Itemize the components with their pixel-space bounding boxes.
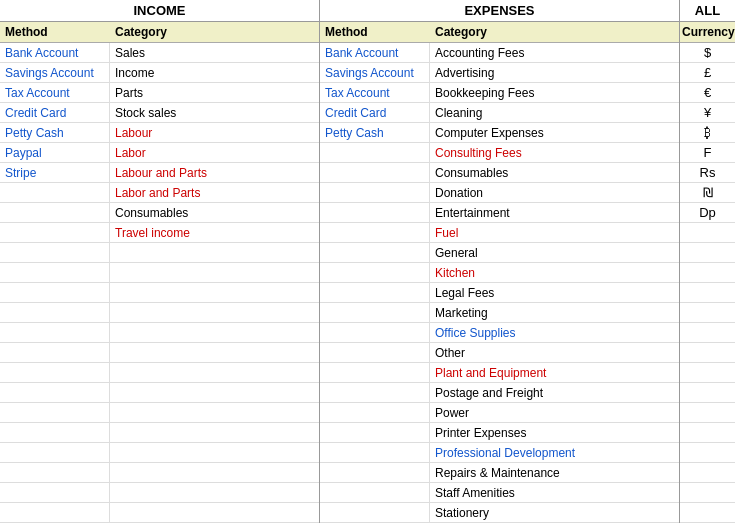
income-method-cell bbox=[0, 483, 110, 502]
income-row: PaypalLabor bbox=[0, 143, 319, 163]
expenses-method-cell bbox=[320, 443, 430, 462]
expenses-row: Tax AccountBookkeeping Fees bbox=[320, 83, 679, 103]
expenses-row: Plant and Equipment bbox=[320, 363, 679, 383]
all-currency-row bbox=[680, 483, 735, 503]
expenses-category-cell: Staff Amenities bbox=[430, 483, 679, 502]
income-method-cell bbox=[0, 443, 110, 462]
expenses-method-cell bbox=[320, 483, 430, 502]
expenses-row: Marketing bbox=[320, 303, 679, 323]
currency-symbol bbox=[680, 443, 735, 462]
income-category-cell: Stock sales bbox=[110, 103, 319, 122]
income-method-cell bbox=[0, 463, 110, 482]
income-method-cell bbox=[0, 503, 110, 522]
income-category-cell bbox=[110, 443, 319, 462]
currency-symbol bbox=[680, 363, 735, 382]
all-currency-row bbox=[680, 403, 735, 423]
expenses-method-cell: Tax Account bbox=[320, 83, 430, 102]
expenses-method-cell: Credit Card bbox=[320, 103, 430, 122]
expenses-method-cell bbox=[320, 163, 430, 182]
income-category-cell: Travel income bbox=[110, 223, 319, 242]
expenses-category-cell: Marketing bbox=[430, 303, 679, 322]
expenses-row: Legal Fees bbox=[320, 283, 679, 303]
income-method-cell bbox=[0, 383, 110, 402]
income-method-cell bbox=[0, 203, 110, 222]
income-row: Consumables bbox=[0, 203, 319, 223]
income-row bbox=[0, 323, 319, 343]
expenses-row: Power bbox=[320, 403, 679, 423]
currency-symbol bbox=[680, 463, 735, 482]
income-category-cell bbox=[110, 283, 319, 302]
expenses-title: EXPENSES bbox=[320, 0, 679, 22]
income-method-cell bbox=[0, 343, 110, 362]
expenses-category-cell: Fuel bbox=[430, 223, 679, 242]
income-method-cell: Bank Account bbox=[0, 43, 110, 62]
expenses-category-header: Category bbox=[430, 22, 679, 42]
income-method-cell: Petty Cash bbox=[0, 123, 110, 142]
currency-symbol bbox=[680, 263, 735, 282]
all-currency-row bbox=[680, 263, 735, 283]
income-method-cell bbox=[0, 243, 110, 262]
currency-symbol bbox=[680, 323, 735, 342]
income-category-cell bbox=[110, 463, 319, 482]
income-row bbox=[0, 263, 319, 283]
all-currency-header: Currency bbox=[680, 22, 735, 43]
expenses-method-cell bbox=[320, 143, 430, 162]
all-currency-row: Dp bbox=[680, 203, 735, 223]
expenses-method-cell bbox=[320, 423, 430, 442]
expenses-category-cell: Repairs & Maintenance bbox=[430, 463, 679, 482]
expenses-row: Kitchen bbox=[320, 263, 679, 283]
currency-symbol: ₿ bbox=[680, 123, 735, 142]
all-currency-row bbox=[680, 303, 735, 323]
currency-symbol bbox=[680, 423, 735, 442]
income-method-cell bbox=[0, 263, 110, 282]
expenses-row: Professional Development bbox=[320, 443, 679, 463]
income-method-cell: Savings Account bbox=[0, 63, 110, 82]
income-method-cell: Credit Card bbox=[0, 103, 110, 122]
income-category-cell bbox=[110, 263, 319, 282]
expenses-category-cell: Kitchen bbox=[430, 263, 679, 282]
all-currency-row bbox=[680, 383, 735, 403]
currency-symbol bbox=[680, 223, 735, 242]
expenses-method-cell bbox=[320, 383, 430, 402]
expenses-category-cell: Accounting Fees bbox=[430, 43, 679, 62]
income-method-header: Method bbox=[0, 22, 110, 42]
income-row: Tax AccountParts bbox=[0, 83, 319, 103]
currency-symbol bbox=[680, 243, 735, 262]
expenses-category-cell: Bookkeeping Fees bbox=[430, 83, 679, 102]
income-row: Labor and Parts bbox=[0, 183, 319, 203]
expenses-category-cell: General bbox=[430, 243, 679, 262]
income-category-cell bbox=[110, 323, 319, 342]
expenses-method-cell bbox=[320, 263, 430, 282]
income-row bbox=[0, 483, 319, 503]
currency-symbol: F bbox=[680, 143, 735, 162]
expenses-method-cell bbox=[320, 463, 430, 482]
currency-symbol bbox=[680, 403, 735, 422]
expenses-row: Stationery bbox=[320, 503, 679, 523]
all-currency-row bbox=[680, 363, 735, 383]
income-title: INCOME bbox=[0, 0, 319, 22]
expenses-category-cell: Entertainment bbox=[430, 203, 679, 222]
expenses-row: Fuel bbox=[320, 223, 679, 243]
expenses-category-cell: Office Supplies bbox=[430, 323, 679, 342]
all-currency-row bbox=[680, 343, 735, 363]
currency-symbol: Dp bbox=[680, 203, 735, 222]
income-section: INCOME Method Category Bank AccountSales… bbox=[0, 0, 320, 523]
currency-symbol bbox=[680, 283, 735, 302]
income-category-cell: Parts bbox=[110, 83, 319, 102]
all-currency-row: ₿ bbox=[680, 123, 735, 143]
currency-symbol: Rs bbox=[680, 163, 735, 182]
expenses-method-cell bbox=[320, 323, 430, 342]
expenses-method-cell bbox=[320, 243, 430, 262]
expenses-method-cell bbox=[320, 503, 430, 522]
expenses-method-header: Method bbox=[320, 22, 430, 42]
income-rows: Bank AccountSalesSavings AccountIncomeTa… bbox=[0, 43, 319, 523]
expenses-category-cell: Computer Expenses bbox=[430, 123, 679, 142]
all-currency-row: $ bbox=[680, 43, 735, 63]
income-category-cell: Sales bbox=[110, 43, 319, 62]
income-row bbox=[0, 503, 319, 523]
income-category-cell: Labour bbox=[110, 123, 319, 142]
income-category-cell: Labor and Parts bbox=[110, 183, 319, 202]
currency-symbol bbox=[680, 303, 735, 322]
expenses-category-cell: Advertising bbox=[430, 63, 679, 82]
expenses-row: Other bbox=[320, 343, 679, 363]
